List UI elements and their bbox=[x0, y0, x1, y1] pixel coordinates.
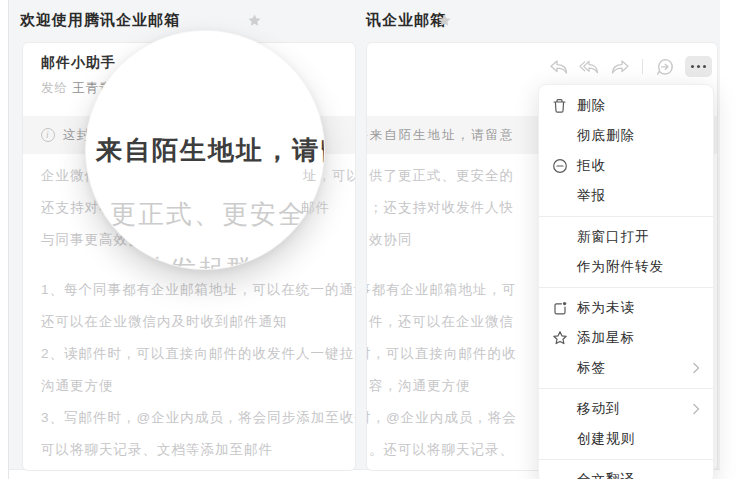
menu-item-open-new-window[interactable]: 新窗口打开 bbox=[539, 222, 713, 252]
mail-subject-left: 欢迎使用腾讯企业邮箱 bbox=[20, 11, 180, 30]
trash-icon bbox=[552, 98, 577, 114]
menu-item-move-to[interactable]: 移动到 bbox=[539, 394, 713, 424]
menu-item-label: 删除 bbox=[577, 97, 606, 115]
menu-item-reject[interactable]: 拒收 bbox=[539, 151, 713, 181]
menu-item-delete-permanently[interactable]: 彻底删除 bbox=[539, 121, 713, 151]
reply-and-chat-icon[interactable] bbox=[654, 57, 676, 76]
forward-icon[interactable] bbox=[609, 57, 631, 76]
body-text: 邮件 bbox=[301, 199, 330, 217]
body-text: 。还可以将聊天记录、 bbox=[369, 441, 514, 459]
menu-item-label: 创建规则 bbox=[577, 430, 635, 448]
reply-icon[interactable] bbox=[547, 57, 569, 76]
menu-item-label: 标签 bbox=[577, 359, 606, 377]
info-icon: i bbox=[41, 128, 55, 142]
body-text: 时，@企业内成员，将会 bbox=[366, 409, 517, 427]
to-label: 发给 bbox=[41, 81, 68, 95]
menu-item-delete[interactable]: 删除 bbox=[539, 91, 713, 121]
more-actions-button[interactable] bbox=[685, 56, 712, 77]
mail-subject-right: 讯企业邮箱 bbox=[366, 11, 446, 30]
chevron-right-icon bbox=[692, 403, 700, 415]
body-text: 件，还可以在企业微信 bbox=[369, 313, 514, 331]
menu-item-label: 标为未读 bbox=[577, 299, 635, 317]
lens-warning-text: 来自陌生地址，请留意 bbox=[96, 133, 325, 168]
more-actions-menu: 删除 彻底删除 拒收 举报 新窗口打开 作为附件转发 bbox=[538, 84, 714, 479]
sender-name: 邮件小助手 bbox=[41, 54, 116, 72]
menu-item-translate[interactable]: 全文翻译 bbox=[539, 465, 713, 479]
body-text: 2、读邮件时，可以直接向邮件的收发件人一键拉起群聊 bbox=[41, 345, 356, 363]
menu-separator bbox=[539, 459, 713, 460]
menu-separator bbox=[539, 287, 713, 288]
menu-item-label-tag[interactable]: 标签 bbox=[539, 353, 713, 383]
body-text: 效协同 bbox=[369, 231, 413, 249]
body-text: 供了更正式、更安全的 bbox=[369, 167, 514, 185]
menu-item-label: 拒收 bbox=[577, 157, 606, 175]
star-icon[interactable] bbox=[437, 13, 452, 28]
menu-separator bbox=[539, 388, 713, 389]
body-text: 还可以在企业微信内及时收到邮件通知 bbox=[41, 313, 288, 331]
body-text: 时，可以直接向邮件的收 bbox=[366, 345, 517, 363]
mark-unread-icon bbox=[552, 300, 577, 316]
lens-body-text: 更正式、更安全的工 bbox=[110, 197, 325, 232]
body-text: 沟通更方便 bbox=[41, 377, 114, 395]
menu-item-label: 移动到 bbox=[577, 400, 621, 418]
menu-item-label: 举报 bbox=[577, 187, 606, 205]
magnifier-lens: 来自陌生地址，请留意 更正式、更安全的工 快发起群聊 bbox=[85, 30, 325, 270]
menu-item-forward-as-attachment[interactable]: 作为附件转发 bbox=[539, 252, 713, 282]
menu-item-add-star[interactable]: 添加星标 bbox=[539, 323, 713, 353]
body-text: 1、每个同事都有企业邮箱地址，可以在统一的通讯录 bbox=[41, 281, 356, 299]
menu-item-report[interactable]: 举报 bbox=[539, 181, 713, 211]
body-text: 3、写邮件时，@企业内成员，将会同步添加至收件人 bbox=[41, 409, 356, 427]
menu-separator bbox=[539, 216, 713, 217]
body-text: 容，沟通更方便 bbox=[369, 377, 471, 395]
mail-toolbar bbox=[547, 56, 712, 77]
reply-all-icon[interactable] bbox=[578, 57, 600, 76]
minus-circle-icon bbox=[552, 158, 577, 174]
body-text: 址，可以 bbox=[303, 167, 356, 185]
menu-item-label: 彻底删除 bbox=[577, 127, 635, 145]
menu-item-label: 添加星标 bbox=[577, 329, 635, 347]
body-text: ；还支持对收发件人快 bbox=[369, 199, 514, 217]
menu-item-mark-unread[interactable]: 标为未读 bbox=[539, 293, 713, 323]
star-outline-icon bbox=[552, 330, 577, 346]
toolbar-divider bbox=[642, 59, 643, 74]
menu-item-label: 全文翻译 bbox=[577, 471, 635, 479]
adjacent-panel-edge bbox=[0, 0, 9, 479]
notice-text: 件来自陌生地址，请留意 bbox=[366, 116, 515, 154]
menu-item-create-rule[interactable]: 创建规则 bbox=[539, 424, 713, 454]
menu-item-label: 新窗口打开 bbox=[577, 228, 650, 246]
star-icon[interactable] bbox=[247, 13, 262, 28]
menu-item-label: 作为附件转发 bbox=[577, 258, 664, 276]
chevron-right-icon bbox=[692, 362, 700, 374]
body-text: 事都有企业邮箱地址，可 bbox=[366, 281, 517, 299]
body-text: 可以将聊天记录、文档等添加至邮件 bbox=[41, 441, 273, 459]
